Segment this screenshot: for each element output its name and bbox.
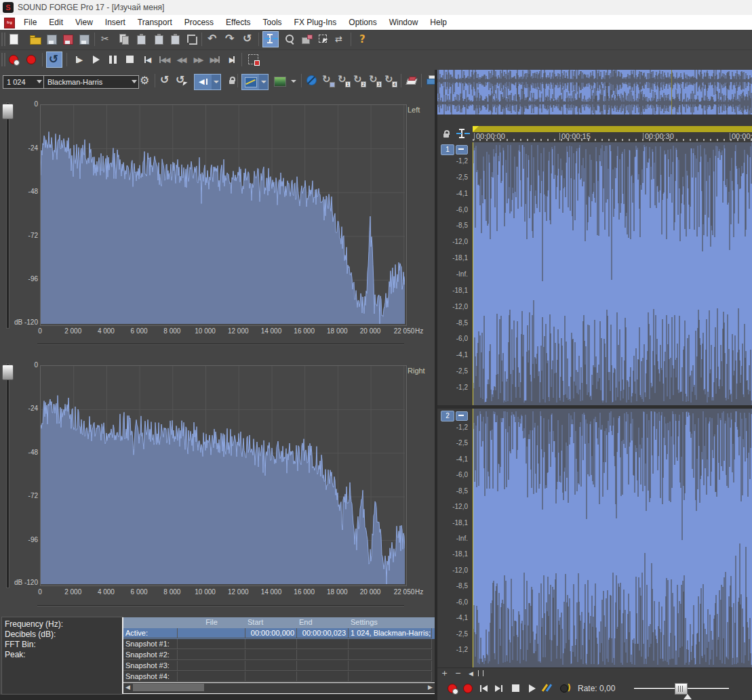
loop-start-marker[interactable] xyxy=(473,126,479,132)
go-to-end-button[interactable]: ▶ xyxy=(224,52,240,68)
go-to-start-button[interactable]: ◀ xyxy=(139,52,155,68)
time-ruler[interactable]: 00:00:0000:00:1500:00:3000:00:45 xyxy=(473,132,752,142)
table-scrollbar[interactable]: ◀▶ xyxy=(123,682,435,693)
lock-icon[interactable] xyxy=(442,129,450,139)
freq-scrollbar-right[interactable] xyxy=(37,605,404,606)
snapshot-3-button[interactable]: 3 xyxy=(367,73,383,89)
snapshot-4-button[interactable]: 4 xyxy=(382,73,399,89)
menu-edit[interactable]: Edit xyxy=(43,15,69,30)
sonogram-display-dropdown[interactable] xyxy=(289,74,298,89)
chart-display-dropdown[interactable] xyxy=(259,74,269,90)
menu-effects[interactable]: Effects xyxy=(220,15,256,30)
record-button[interactable] xyxy=(23,52,39,68)
whats-this-button[interactable] xyxy=(355,31,371,47)
table-row[interactable]: Snapshot #3: xyxy=(123,661,435,672)
go-to-start-button[interactable] xyxy=(476,680,492,697)
zoom-out-button[interactable]: − xyxy=(455,668,461,678)
repeat-button[interactable] xyxy=(241,31,257,47)
cut-button[interactable] xyxy=(98,31,115,47)
scroll-left-arrow[interactable]: ◀ xyxy=(125,684,130,691)
play-button[interactable] xyxy=(88,52,104,68)
set-selection-button[interactable] xyxy=(245,52,262,68)
pause-button[interactable] xyxy=(105,52,121,68)
settings-button[interactable] xyxy=(137,73,153,89)
channel-1-waveform[interactable] xyxy=(473,142,752,405)
overview-cursor[interactable] xyxy=(671,70,672,115)
channel-speaker-button[interactable] xyxy=(194,74,213,90)
play-button[interactable] xyxy=(524,680,540,697)
scrub-tool-button[interactable] xyxy=(540,680,557,697)
sonogram-display-button[interactable] xyxy=(271,74,289,89)
record-prepare-button[interactable] xyxy=(444,680,460,697)
channel-speaker-dropdown[interactable] xyxy=(212,74,221,90)
play-all-button[interactable]: ▶ xyxy=(71,52,87,68)
new-file-button[interactable] xyxy=(5,31,22,47)
menu-process[interactable]: Process xyxy=(178,15,220,30)
loop-region-bar[interactable] xyxy=(473,126,752,132)
copy-button[interactable] xyxy=(116,31,132,47)
refresh-button[interactable] xyxy=(157,73,174,89)
document-icon[interactable]: frg xyxy=(4,18,15,28)
track-number-badge[interactable]: 2 xyxy=(441,411,454,421)
menu-window[interactable]: Window xyxy=(383,15,424,30)
snapshot-save-button[interactable] xyxy=(320,73,336,89)
paste-to-new-button[interactable] xyxy=(167,31,184,47)
chart-display-button[interactable] xyxy=(241,74,260,90)
event-tool-button[interactable] xyxy=(298,31,315,47)
snapshot-2-button[interactable]: 2 xyxy=(351,73,368,89)
snapshots-off-button[interactable] xyxy=(304,73,320,89)
spectrum-plot-left[interactable] xyxy=(40,104,407,326)
zoom-slider-track-right[interactable] xyxy=(6,363,9,588)
stop-button[interactable] xyxy=(508,680,524,697)
spectrum-plot-right[interactable] xyxy=(40,365,407,586)
go-to-end-button[interactable] xyxy=(492,680,508,697)
rate-slider-thumb[interactable] xyxy=(675,683,688,695)
zoom-slider-track-left[interactable] xyxy=(6,102,9,329)
audio-meter-button[interactable] xyxy=(557,680,573,697)
selection-tool-button[interactable] xyxy=(315,31,332,47)
auto-refresh-button[interactable] xyxy=(174,73,190,89)
snapshot-1-button[interactable]: 1 xyxy=(336,73,352,89)
track-number-badge[interactable]: 1 xyxy=(441,144,454,155)
skip-back-button[interactable]: ◀◀ xyxy=(156,52,172,68)
fft-size-select[interactable]: 1 024 xyxy=(3,75,44,89)
erase-button[interactable] xyxy=(404,73,420,89)
rewind-button[interactable]: ◀◀ xyxy=(173,52,189,68)
stop-button[interactable] xyxy=(122,52,138,68)
record-button[interactable] xyxy=(460,680,476,697)
overview-bar[interactable] xyxy=(437,70,752,115)
save-all-button[interactable] xyxy=(76,31,92,47)
spectrum-chart-left[interactable] xyxy=(41,105,405,324)
skip-forward-button[interactable]: ▶▶ xyxy=(207,52,223,68)
table-row[interactable]: Snapshot #1: xyxy=(123,639,435,650)
table-row[interactable]: Snapshot #2: xyxy=(123,650,435,661)
paste-special-button[interactable] xyxy=(151,31,167,47)
print-button[interactable] xyxy=(424,73,435,89)
edit-tool-icon[interactable] xyxy=(456,128,469,140)
open-button[interactable] xyxy=(27,31,43,47)
menu-help[interactable]: Help xyxy=(424,15,453,30)
menu-insert[interactable]: Insert xyxy=(99,15,132,30)
table-row[interactable]: Active:00:00:00,00000:00:00,0231 024, Bl… xyxy=(123,628,435,639)
wave-scrollbar-thumb[interactable] xyxy=(478,670,483,676)
menu-file[interactable]: File xyxy=(18,15,43,30)
freq-scrollbar-left[interactable] xyxy=(37,344,404,345)
scroll-right-arrow[interactable]: ▶ xyxy=(428,684,433,691)
edit-tool-button[interactable] xyxy=(262,31,279,47)
menu-fx-plug-ins[interactable]: FX Plug-Ins xyxy=(288,15,343,30)
trim-button[interactable] xyxy=(184,31,200,47)
save-button[interactable] xyxy=(43,31,60,47)
magnify-tool-button[interactable] xyxy=(281,31,298,47)
loop-playback-button[interactable] xyxy=(46,52,62,68)
menu-transport[interactable]: Transport xyxy=(132,15,178,30)
collapse-channel-button[interactable] xyxy=(456,411,468,421)
scrollbar-thumb[interactable] xyxy=(133,684,204,691)
forward-button[interactable]: ▶▶ xyxy=(190,52,206,68)
save-as-button[interactable] xyxy=(60,31,76,47)
paste-button[interactable] xyxy=(134,31,150,47)
navigate-tool-button[interactable] xyxy=(332,31,349,47)
menu-tools[interactable]: Tools xyxy=(257,15,288,30)
channel-2-waveform[interactable] xyxy=(473,409,752,667)
snapshot-table[interactable]: FileStartEndSettingsActive:00:00:00,0000… xyxy=(122,617,436,694)
redo-button[interactable] xyxy=(223,31,239,47)
